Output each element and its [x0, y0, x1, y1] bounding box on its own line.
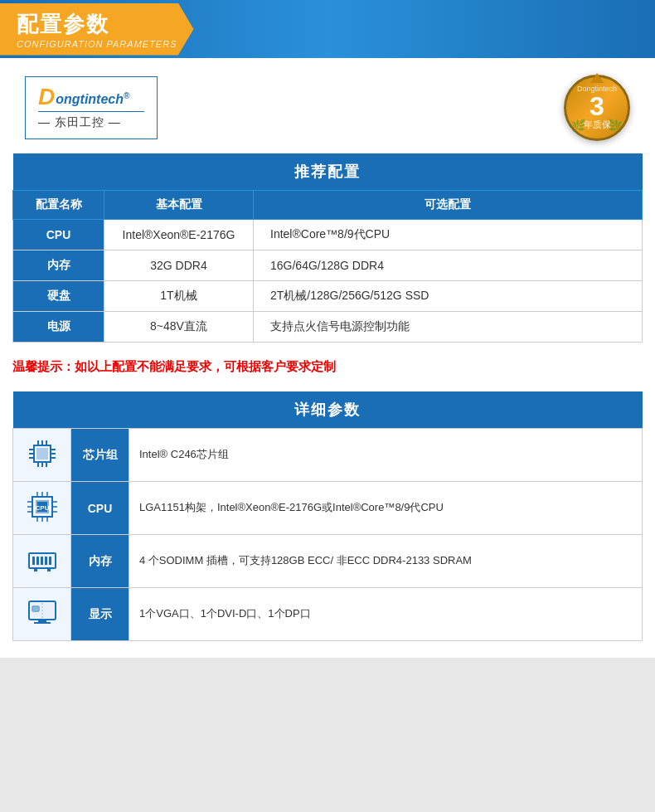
row-optional-power: 支持点火信号电源控制功能	[254, 312, 643, 343]
svg-text:CPU: CPU	[35, 504, 49, 512]
row-optional-cpu: Intel®Core™8/9代CPU	[254, 220, 643, 250]
warranty-number: 3	[590, 93, 604, 119]
logo-d: D	[38, 85, 55, 109]
detail-table-row: CPU CPU	[13, 482, 643, 535]
row-basic-disk: 1T机械	[104, 281, 254, 312]
detail-table-row: 显示 1个VGA口、1个DVI-D口、1个DP口	[13, 588, 643, 641]
row-optional-disk: 2T机械/128G/256G/512G SSD	[254, 281, 643, 312]
row-label-power: 电源	[13, 312, 104, 343]
detail-table-row: 芯片组 Intel® C246芯片组	[13, 429, 643, 482]
detail-title: 详细参数	[13, 391, 643, 429]
svg-rect-34	[41, 557, 43, 565]
page-title: 配置参数	[17, 10, 177, 39]
table-row: 内存 32G DDR4 16G/64G/128G DDR4	[13, 250, 643, 281]
detail-label-memory: 内存	[71, 535, 129, 588]
svg-rect-41	[38, 620, 46, 622]
svg-point-49	[35, 609, 36, 610]
detail-value-display: 1个VGA口、1个DVI-D口、1个DP口	[129, 588, 643, 641]
recommend-col-headers: 配置名称 基本配置 可选配置	[13, 191, 643, 220]
chip-icon-cell	[13, 429, 71, 482]
svg-point-48	[33, 609, 35, 610]
warranty-brand: Dongtintech	[577, 85, 617, 93]
logo-box: Dongtintech® — 东田工控 —	[25, 76, 158, 140]
svg-rect-33	[36, 557, 39, 565]
detail-table: 详细参数	[12, 391, 643, 641]
leaf-right-icon: 🌿	[609, 119, 623, 132]
svg-point-45	[33, 607, 35, 609]
header-orange-block: 配置参数 CONFIGURATION PARAMETERS	[0, 3, 194, 56]
page-wrapper: 配置参数 CONFIGURATION PARAMETERS Dongtintec…	[0, 0, 655, 658]
recommend-header-row: 推荐配置	[13, 153, 643, 191]
cpu-icon-cell: CPU	[13, 482, 71, 535]
svg-rect-35	[45, 557, 47, 565]
memory-icon	[26, 543, 59, 576]
recommend-table: 推荐配置 配置名称 基本配置 可选配置 CPU Intel®Xeon®E-217…	[12, 153, 643, 343]
row-basic-memory: 32G DDR4	[104, 250, 254, 281]
svg-point-47	[36, 607, 38, 609]
col-basic: 基本配置	[104, 191, 254, 220]
recommend-title: 推荐配置	[13, 153, 643, 191]
row-label-disk: 硬盘	[13, 281, 104, 312]
detail-table-row: 内存 4 个SODIMM 插槽，可支持128GB ECC/ 非ECC DDR4-…	[13, 535, 643, 588]
detail-header-row: 详细参数	[13, 391, 643, 429]
detail-label-chipset: 芯片组	[71, 429, 129, 482]
display-icon	[26, 596, 59, 630]
detail-value-cpu: LGA1151构架，Intel®Xeon®E-2176G或Intel®Core™…	[129, 482, 643, 535]
svg-rect-36	[49, 557, 51, 565]
svg-rect-42	[34, 622, 51, 624]
warm-tip: 温馨提示：如以上配置不能满足要求，可根据客户要求定制	[0, 343, 655, 391]
row-optional-memory: 16G/64G/128G DDR4	[254, 250, 643, 281]
table-row: 硬盘 1T机械 2T机械/128G/256G/512G SSD	[13, 281, 643, 312]
logo-divider	[38, 111, 144, 113]
logo-brand: Dongtintech®	[38, 85, 129, 109]
recommend-section: 推荐配置 配置名称 基本配置 可选配置 CPU Intel®Xeon®E-217…	[0, 153, 655, 343]
svg-rect-1	[36, 448, 48, 459]
display-icon-cell	[13, 588, 71, 641]
warranty-badge: Dongtintech 3 年质保 🌿 🌿	[564, 75, 630, 141]
svg-rect-38	[47, 568, 51, 571]
col-optional: 可选配置	[254, 191, 643, 220]
detail-value-chipset: Intel® C246芯片组	[129, 429, 643, 482]
detail-label-cpu: CPU	[71, 482, 129, 535]
detail-label-display: 显示	[71, 588, 129, 641]
warranty-unit: 年质保	[584, 119, 611, 130]
config-header: 配置参数 CONFIGURATION PARAMETERS	[0, 0, 655, 58]
svg-rect-32	[32, 557, 35, 565]
row-basic-power: 8~48V直流	[104, 312, 254, 343]
row-basic-cpu: Intel®Xeon®E-2176G	[104, 220, 254, 250]
col-name: 配置名称	[13, 191, 104, 220]
row-label-memory: 内存	[13, 250, 104, 281]
logo-chinese: — 东田工控 —	[38, 115, 121, 130]
memory-icon-cell	[13, 535, 71, 588]
table-row: CPU Intel®Xeon®E-2176G Intel®Core™8/9代CP…	[13, 220, 643, 250]
table-row: 电源 8~48V直流 支持点火信号电源控制功能	[13, 312, 643, 343]
logo-text: ongtintech®	[56, 91, 129, 107]
logo-section: Dongtintech® — 东田工控 — Dongtintech 3 年质保 …	[0, 58, 655, 153]
svg-rect-37	[34, 568, 37, 571]
svg-point-46	[35, 607, 36, 609]
chip-icon	[26, 437, 59, 470]
warm-tip-text: 温馨提示：如以上配置不能满足要求，可根据客户要求定制	[12, 359, 336, 373]
svg-point-50	[36, 609, 38, 610]
detail-value-memory: 4 个SODIMM 插槽，可支持128GB ECC/ 非ECC DDR4-213…	[129, 535, 643, 588]
cpu-icon: CPU	[26, 490, 59, 523]
page-subtitle: CONFIGURATION PARAMETERS	[17, 39, 177, 49]
leaf-left-icon: 🌿	[571, 119, 585, 132]
detail-section: 详细参数	[0, 391, 655, 658]
row-label-cpu: CPU	[13, 220, 104, 250]
